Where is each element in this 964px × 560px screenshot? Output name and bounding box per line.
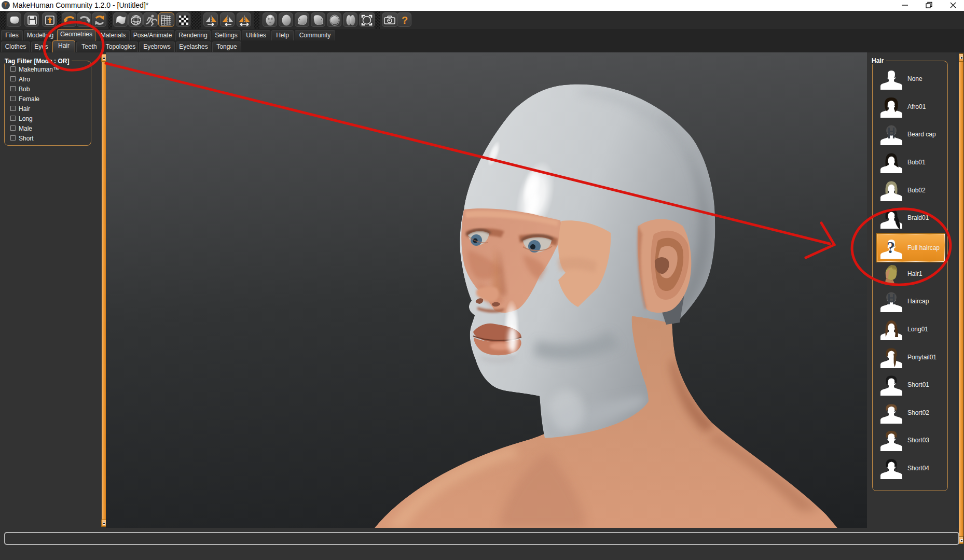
svg-text:?: ? [402, 15, 408, 26]
svg-text:?: ? [887, 238, 895, 257]
